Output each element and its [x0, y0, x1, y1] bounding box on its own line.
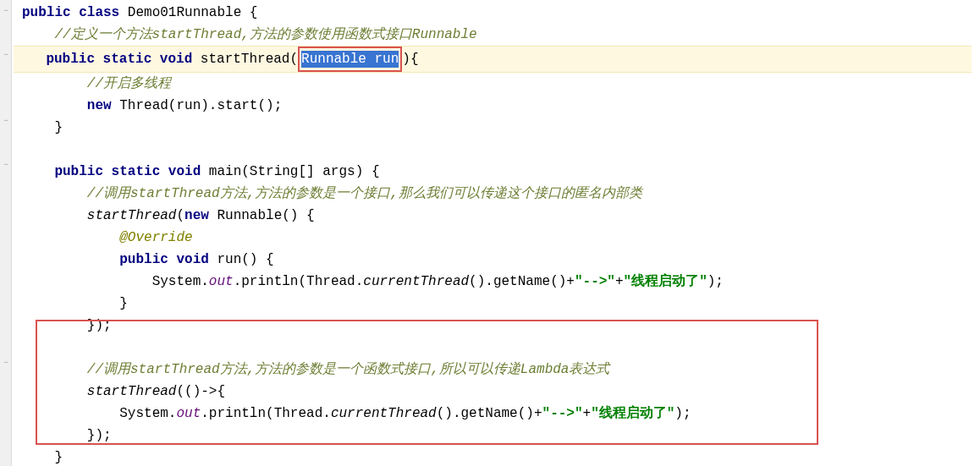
code-line: System.out.println(Thread.currentThread(… — [14, 271, 980, 293]
comment: //开启多线程 — [87, 76, 171, 91]
code-line-highlighted: public static void startThread(Runnable … — [14, 46, 972, 73]
code-line: } — [14, 293, 980, 315]
code-line — [14, 337, 980, 359]
code-line — [14, 139, 980, 161]
comment: //调用startThread方法,方法的参数是一个函数式接口,所以可以传递La… — [87, 362, 610, 377]
code-line: startThread(()->{ — [14, 381, 980, 403]
code-line: }); — [14, 425, 980, 447]
code-editor[interactable]: public class Demo01Runnable { //定义一个方法st… — [0, 0, 980, 466]
code-line: @Override — [14, 227, 980, 249]
code-line: public static void main(String[] args) { — [14, 161, 980, 183]
code-line: public void run() { — [14, 249, 980, 271]
code-line: //开启多线程 — [14, 73, 980, 95]
selected-text: Runnable run — [301, 51, 399, 68]
code-line: public class Demo01Runnable { — [14, 2, 980, 24]
annotation: @Override — [119, 230, 192, 245]
code-line: } — [14, 117, 980, 139]
comment: //定义一个方法startThread,方法的参数使用函数式接口Runnable — [54, 27, 476, 42]
code-line: startThread(new Runnable() { — [14, 205, 980, 227]
code-line: System.out.println(Thread.currentThread(… — [14, 403, 980, 425]
code-line: }); — [14, 315, 980, 337]
code-line: //定义一个方法startThread,方法的参数使用函数式接口Runnable — [14, 24, 980, 46]
comment: //调用startThread方法,方法的参数是一个接口,那么我们可以传递这个接… — [87, 186, 642, 201]
code-line: } — [14, 447, 980, 466]
code-line: new Thread(run).start(); — [14, 95, 980, 117]
red-highlight-param: Runnable run — [298, 47, 402, 72]
code-line: //调用startThread方法,方法的参数是一个接口,那么我们可以传递这个接… — [14, 183, 980, 205]
code-line: //调用startThread方法,方法的参数是一个函数式接口,所以可以传递La… — [14, 359, 980, 381]
